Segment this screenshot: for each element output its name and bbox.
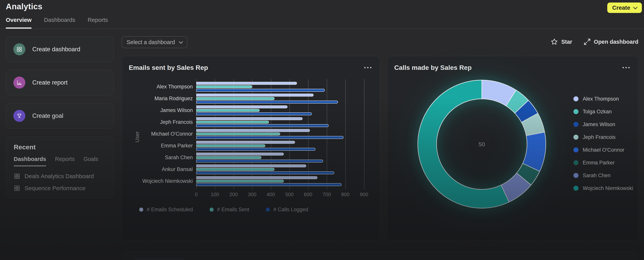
bar--emails-scheduled[interactable] [196, 82, 297, 85]
legend-label: Jeph Francois [583, 134, 616, 140]
bar--calls-logged[interactable] [196, 160, 323, 162]
recent-card: Recent Dashboards Reports Goals Deals An… [6, 137, 114, 198]
bar--emails-scheduled[interactable] [196, 176, 318, 179]
legend-label: # Emails Sent [217, 207, 250, 213]
donut-legend-item[interactable]: Jeph Francois [574, 133, 633, 142]
legend-item[interactable]: # Calls Logged [266, 207, 308, 213]
x-tick-label: 600 [304, 191, 312, 197]
x-tick-label: 700 [322, 191, 331, 197]
create-report-card[interactable]: Create report [6, 70, 114, 95]
bar--emails-scheduled[interactable] [196, 153, 284, 156]
legend-dot-icon [574, 160, 578, 165]
donut-legend-item[interactable]: Sarah Chen [574, 171, 633, 180]
header-divider [0, 29, 644, 29]
legend-label: # Calls Logged [274, 207, 308, 213]
bar--emails-sent[interactable] [196, 85, 252, 88]
recent-tab-dashboards[interactable]: Dashboards [14, 156, 46, 166]
star-button[interactable]: Star [550, 38, 572, 46]
bar--emails-scheduled[interactable] [196, 117, 302, 120]
bar--emails-sent[interactable] [196, 133, 280, 135]
x-tick-label: 900 [360, 191, 368, 197]
create-goal-card[interactable]: Create goal [6, 103, 114, 129]
bar--emails-scheduled[interactable] [196, 105, 288, 108]
legend-label: Alex Thompson [583, 96, 619, 102]
bar--emails-scheduled[interactable] [196, 141, 295, 144]
bar-category-label: James Wilson [122, 104, 196, 116]
bar--emails-scheduled[interactable] [196, 94, 314, 97]
bar--emails-sent[interactable] [196, 121, 269, 124]
bar--emails-sent[interactable] [196, 97, 274, 100]
legend-label: Sarah Chen [583, 173, 610, 179]
legend-dot-icon [574, 96, 578, 101]
bar--calls-logged[interactable] [196, 183, 342, 186]
dots-menu-icon[interactable] [622, 67, 630, 68]
bar--emails-sent[interactable] [196, 144, 265, 147]
legend-item[interactable]: # Emails Scheduled [139, 207, 193, 213]
star-icon [550, 38, 558, 46]
donut-legend-item[interactable]: Emma Parker [574, 158, 633, 167]
bar-category-label: Sarah Chen [122, 152, 196, 163]
create-button-label: Create [612, 5, 630, 11]
create-dashboard-card[interactable]: Create dashboard [6, 37, 114, 62]
bar--emails-scheduled[interactable] [196, 129, 310, 132]
bar--calls-logged[interactable] [196, 136, 344, 139]
tab-overview[interactable]: Overview [6, 17, 32, 29]
bar-group [196, 163, 373, 175]
bar--calls-logged[interactable] [196, 89, 325, 92]
main-tabs: Overview Dashboards Reports [6, 17, 108, 29]
recent-item-deals-analytics[interactable]: Deals Analytics Dashboard [14, 173, 106, 179]
report-pill[interactable]: report 2 [134, 258, 185, 260]
create-button[interactable]: Create [607, 3, 642, 13]
bar-x-axis-ticks: 0100200300400500600700800900 [196, 191, 373, 198]
recent-item-sequence-performance[interactable]: Sequence Performance [14, 185, 106, 191]
donut-legend-item[interactable]: James Wilson [574, 120, 633, 129]
legend-dot-icon [574, 135, 578, 140]
bar--emails-sent[interactable] [196, 168, 274, 171]
bar-group [196, 175, 373, 187]
bar--emails-sent[interactable] [196, 156, 262, 159]
star-button-label: Star [561, 39, 572, 45]
legend-label: Michael O'Connor [583, 147, 624, 153]
create-report-label: Create report [32, 79, 68, 86]
legend-dot-icon [139, 207, 143, 212]
bar-category-labels: Alex ThompsonMaria RodriguezJames Wilson… [122, 81, 196, 187]
bar--calls-logged[interactable] [196, 148, 316, 151]
donut-legend-item[interactable]: Alex Thompson [574, 94, 633, 103]
bar-category-label: Michael O'Connor [122, 128, 196, 140]
chevron-down-icon [179, 40, 183, 44]
open-dashboard-button[interactable]: Open dashboard [584, 38, 638, 46]
bar-category-label: Maria Rodriguez [122, 93, 196, 104]
donut-legend-item[interactable]: Tolga Ozkan [574, 107, 633, 116]
x-tick-label: 200 [229, 191, 238, 197]
tab-dashboards[interactable]: Dashboards [44, 17, 75, 29]
donut-chart-title: Calls made by Sales Rep [394, 64, 472, 71]
donut-legend-item[interactable]: Wojciech Niemkowski [574, 184, 633, 193]
bar--emails-sent[interactable] [196, 180, 284, 183]
grid-icon [14, 173, 20, 179]
create-goal-label: Create goal [32, 112, 63, 119]
tab-reports[interactable]: Reports [88, 17, 108, 29]
report-chart-icon [16, 80, 22, 86]
bar-group [196, 128, 373, 140]
dashboard-select[interactable]: Select a dashboard [122, 36, 187, 48]
recent-tab-reports[interactable]: Reports [55, 156, 75, 166]
bar-category-label: Ankur Bansal [122, 163, 196, 175]
bar--calls-logged[interactable] [196, 171, 334, 174]
analytics-page: Analytics Overview Dashboards Reports Cr… [0, 0, 644, 260]
bar--calls-logged[interactable] [196, 124, 329, 127]
bar--calls-logged[interactable] [196, 112, 312, 115]
bar-category-label: Wojciech Niemkowski [122, 175, 196, 187]
bar--emails-sent[interactable] [196, 109, 260, 112]
goal-trophy-icon [16, 113, 22, 119]
dots-menu-icon[interactable] [364, 67, 372, 68]
donut-legend-item[interactable]: Michael O'Connor [574, 145, 633, 154]
legend-item[interactable]: # Emails Sent [210, 207, 250, 213]
x-tick-label: 800 [341, 191, 350, 197]
bar--emails-scheduled[interactable] [196, 164, 306, 167]
recent-tab-goals[interactable]: Goals [84, 156, 98, 166]
x-tick-label: 300 [248, 191, 256, 197]
donut-chart: Alex Thompson: 4.5Tolga Ozkan: 2James Wi… [408, 71, 555, 218]
toolbar-actions: Star Open dashboard [550, 38, 638, 46]
donut-chart-legend: Alex ThompsonTolga OzkanJames WilsonJeph… [574, 94, 633, 196]
bar--calls-logged[interactable] [196, 101, 338, 104]
